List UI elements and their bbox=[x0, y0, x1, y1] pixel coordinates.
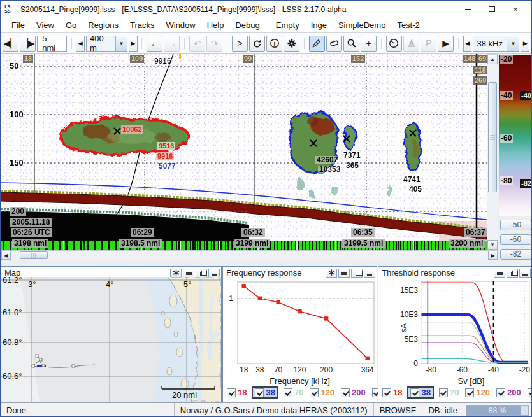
maximize-button[interactable] bbox=[482, 3, 501, 16]
threshold-value-button[interactable]: -50 bbox=[500, 220, 531, 230]
panel-menu-button[interactable] bbox=[183, 269, 194, 278]
school-id-label[interactable]: 9916 bbox=[156, 152, 174, 160]
beam-fan-button[interactable] bbox=[403, 36, 419, 52]
scroll-left-button[interactable]: ◀ bbox=[1, 251, 11, 260]
panel-detach-button[interactable] bbox=[507, 269, 518, 278]
school-id-label[interactable]: 5077 bbox=[157, 162, 177, 171]
channel-checkbox[interactable] bbox=[382, 388, 391, 397]
add-tool-button[interactable]: + bbox=[361, 36, 377, 52]
zoom-tool-button[interactable] bbox=[343, 36, 359, 52]
depth-range-increase-button[interactable]: ▶ bbox=[129, 36, 138, 52]
panel-minimize-button[interactable] bbox=[519, 269, 531, 278]
menu-item-inge[interactable]: Inge bbox=[305, 18, 333, 32]
menu-item-view[interactable]: View bbox=[31, 18, 60, 32]
chevron-down-icon[interactable]: ▼ bbox=[507, 36, 519, 51]
channel-checkbox[interactable] bbox=[528, 388, 532, 397]
menu-item-window[interactable]: Window bbox=[160, 18, 201, 32]
draw-region-tool-button[interactable] bbox=[309, 36, 325, 52]
channel-toggle-120[interactable]: 120 bbox=[308, 387, 336, 398]
menu-item-help[interactable]: Help bbox=[201, 18, 230, 32]
channel-checkbox[interactable] bbox=[284, 388, 292, 397]
navigate-forward-button[interactable]: → bbox=[164, 36, 180, 52]
menu-item-tracks[interactable]: Tracks bbox=[124, 18, 161, 32]
menu-item-simpledemo[interactable]: SimpleDemo bbox=[333, 18, 391, 32]
school-id-label[interactable]: 9516 bbox=[157, 142, 175, 150]
channel-toggle-200[interactable]: 200 bbox=[340, 387, 367, 398]
play-button[interactable]: ▶ bbox=[438, 36, 454, 52]
navigate-back-button[interactable]: ← bbox=[147, 36, 162, 52]
echogram-horizontal-scrollbar[interactable]: ◀ ▶ bbox=[1, 250, 498, 260]
refresh-button[interactable] bbox=[249, 36, 265, 52]
channel-toggle-18[interactable]: 18 bbox=[381, 387, 403, 398]
close-button[interactable]: × bbox=[506, 3, 525, 16]
school-id-label[interactable]: 7371 bbox=[342, 152, 362, 160]
echogram-view[interactable]: 2005.11.18 9916 501001502001810999152148… bbox=[1, 54, 487, 250]
menu-item-regions[interactable]: Regions bbox=[82, 18, 124, 32]
panel-settings-button[interactable] bbox=[326, 269, 337, 278]
channel-toggle-364[interactable]: 364 bbox=[526, 387, 532, 398]
channel-toggle-70[interactable]: 70 bbox=[282, 387, 305, 398]
p-mode-button[interactable]: P bbox=[421, 36, 436, 52]
school-id-label[interactable]: 10062 bbox=[121, 125, 143, 134]
frequency-next-button[interactable]: ▶ bbox=[521, 36, 529, 52]
channel-checkbox[interactable] bbox=[439, 388, 448, 397]
school-id-label[interactable]: 4741 bbox=[402, 176, 422, 184]
panel-detach-button[interactable] bbox=[196, 269, 207, 278]
threshold-value-button[interactable]: -60 bbox=[500, 234, 531, 245]
channel-checkbox[interactable] bbox=[410, 388, 419, 397]
echogram-vertical-scrollbar[interactable]: ▲ ▼ bbox=[487, 54, 498, 250]
map-view[interactable]: 61.2°61.0°60.8°60.6°3°4°5° 20 nmi bbox=[1, 277, 221, 402]
scroll-up-button[interactable]: ▲ bbox=[487, 55, 498, 64]
menu-item-file[interactable]: File bbox=[6, 18, 31, 32]
channel-toggle-38[interactable]: 38 bbox=[407, 386, 433, 399]
depth-range-combo[interactable]: 400 m▼ bbox=[86, 36, 127, 52]
step-backward-button[interactable]: ◀▏ bbox=[3, 36, 18, 52]
gauge-tool-button[interactable] bbox=[386, 36, 402, 52]
channel-toggle-18[interactable]: 18 bbox=[226, 387, 248, 398]
channel-checkbox[interactable] bbox=[496, 388, 505, 397]
channel-toggle-38[interactable]: 38 bbox=[252, 386, 278, 399]
channel-checkbox[interactable] bbox=[465, 388, 474, 397]
channel-label: 38 bbox=[421, 388, 430, 397]
erase-tool-button[interactable] bbox=[326, 36, 342, 52]
channel-toggle-120[interactable]: 120 bbox=[464, 387, 491, 398]
minimize-button[interactable] bbox=[459, 3, 478, 16]
undo-button[interactable]: ↶ bbox=[189, 36, 205, 52]
frequency-combo[interactable]: 38 kHz▼ bbox=[473, 36, 519, 52]
settings-button[interactable] bbox=[284, 36, 299, 52]
threshold-value-button[interactable]: -82 bbox=[500, 249, 531, 260]
menu-item-empty[interactable]: Empty bbox=[270, 18, 305, 32]
channel-toggle-200[interactable]: 200 bbox=[495, 387, 522, 398]
step-forward-button[interactable]: ▕▶ bbox=[20, 36, 36, 52]
channel-checkbox[interactable] bbox=[341, 388, 350, 397]
chevron-down-icon[interactable]: ▼ bbox=[115, 36, 127, 51]
scroll-down-button[interactable]: ▼ bbox=[487, 240, 498, 250]
distance-interval-field[interactable]: 5 nmi bbox=[37, 36, 67, 52]
panel-settings-button[interactable] bbox=[170, 269, 182, 278]
school-id-label[interactable]: 42607 bbox=[315, 156, 339, 164]
school-id-label[interactable]: 365 bbox=[345, 162, 360, 170]
menu-item-go[interactable]: Go bbox=[60, 18, 82, 32]
panel-minimize-button[interactable] bbox=[208, 269, 220, 278]
channel-checkbox[interactable] bbox=[255, 388, 264, 397]
menu-item-test-2[interactable]: Test-2 bbox=[391, 18, 425, 32]
panel-detach-button[interactable] bbox=[351, 269, 363, 278]
channel-checkbox[interactable] bbox=[227, 388, 236, 397]
panel-menu-button[interactable] bbox=[338, 269, 350, 278]
panel-minimize-button[interactable] bbox=[364, 269, 375, 278]
advance-button[interactable]: > bbox=[232, 36, 248, 52]
info-button[interactable]: i bbox=[266, 36, 282, 52]
depth-range-decrease-button[interactable]: ◀ bbox=[76, 36, 85, 52]
school-id-label[interactable]: 10353 bbox=[318, 166, 341, 174]
channel-checkbox[interactable] bbox=[310, 388, 319, 397]
horizontal-scroll-thumb[interactable] bbox=[20, 251, 48, 259]
frequency-previous-button[interactable]: ◀ bbox=[463, 36, 472, 52]
vertical-scroll-thumb[interactable] bbox=[488, 82, 497, 192]
redo-button[interactable]: ↷ bbox=[206, 36, 222, 52]
channel-toggle-70[interactable]: 70 bbox=[438, 387, 460, 398]
school-id-label[interactable]: 405 bbox=[408, 185, 423, 194]
panel-menu-button[interactable] bbox=[494, 269, 505, 278]
scroll-right-button[interactable]: ▶ bbox=[488, 251, 498, 260]
menu-item-debug[interactable]: Debug bbox=[229, 18, 265, 32]
interval-marker-badge: 118 bbox=[473, 66, 487, 74]
